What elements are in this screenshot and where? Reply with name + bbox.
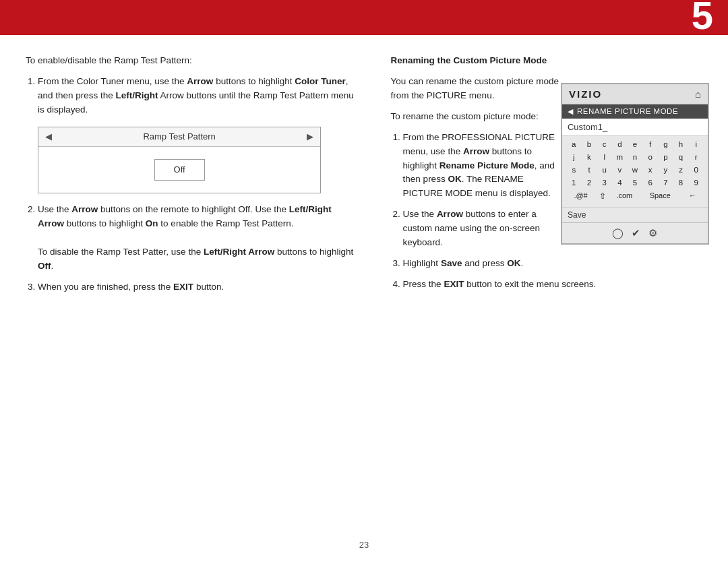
key-q[interactable]: q bbox=[673, 152, 689, 162]
list-item: When you are finished, press the EXIT bu… bbox=[38, 280, 360, 294]
right-content: VIZIO ⌂ ◀ RENAME PICTURE MODE Custom1_ a bbox=[391, 75, 709, 300]
list-item: From the Color Tuner menu, use the Arrow… bbox=[38, 75, 360, 193]
key-v[interactable]: v bbox=[612, 164, 628, 175]
ramp-box-title: Ramp Test Pattern bbox=[143, 130, 215, 144]
vizio-input-row[interactable]: Custom1_ bbox=[562, 119, 708, 136]
key-6[interactable]: 6 bbox=[642, 177, 658, 188]
key-1[interactable]: 1 bbox=[566, 177, 582, 188]
key-2[interactable]: 2 bbox=[582, 177, 597, 188]
key-h[interactable]: h bbox=[673, 139, 689, 150]
left-steps-list: From the Color Tuner menu, use the Arrow… bbox=[38, 75, 360, 294]
vizio-logo: VIZIO bbox=[569, 88, 602, 100]
key-space[interactable]: Space bbox=[639, 190, 681, 202]
vizio-bottom-bar: ◯ ✔ ⚙ bbox=[562, 222, 708, 243]
key-9[interactable]: 9 bbox=[688, 177, 704, 188]
main-content: To enable/disable the Ramp Test Pattern:… bbox=[0, 35, 728, 562]
key-3[interactable]: 3 bbox=[597, 177, 612, 188]
key-0[interactable]: 0 bbox=[688, 164, 704, 175]
key-k[interactable]: k bbox=[582, 152, 597, 162]
list-item: Use the Arrow buttons on the remote to h… bbox=[38, 203, 360, 274]
keyboard-row-4: 1 2 3 4 5 6 7 8 9 bbox=[566, 177, 704, 188]
ramp-box-header: ◀ Ramp Test Pattern ▶ bbox=[38, 127, 320, 147]
left-column: To enable/disable the Ramp Test Pattern:… bbox=[0, 35, 379, 562]
key-l[interactable]: l bbox=[597, 152, 612, 162]
settings-icon[interactable]: ⚙ bbox=[648, 227, 657, 239]
screen-icon[interactable]: ◯ bbox=[612, 227, 624, 239]
key-n[interactable]: n bbox=[628, 152, 643, 162]
key-symbols[interactable]: .@# bbox=[566, 190, 595, 202]
key-j[interactable]: j bbox=[566, 152, 582, 162]
key-z[interactable]: z bbox=[673, 164, 689, 175]
key-a[interactable]: a bbox=[566, 139, 582, 150]
right-arrow-icon[interactable]: ▶ bbox=[307, 130, 313, 144]
key-4[interactable]: 4 bbox=[612, 177, 628, 188]
key-w[interactable]: w bbox=[628, 164, 643, 175]
vizio-menu-label: RENAME PICTURE MODE bbox=[577, 107, 678, 115]
list-item: Highlight Save and press OK. bbox=[403, 257, 709, 271]
left-arrow-icon[interactable]: ◀ bbox=[45, 130, 52, 144]
checkmark-icon[interactable]: ✔ bbox=[632, 227, 640, 239]
intro-text: To enable/disable the Ramp Test Pattern: bbox=[26, 54, 360, 68]
home-icon[interactable]: ⌂ bbox=[695, 88, 701, 100]
ramp-test-pattern-box: ◀ Ramp Test Pattern ▶ Off bbox=[38, 127, 321, 193]
page-number: 23 bbox=[359, 540, 369, 550]
key-d[interactable]: d bbox=[612, 139, 628, 150]
key-m[interactable]: m bbox=[612, 152, 628, 162]
key-t[interactable]: t bbox=[582, 164, 597, 175]
vizio-keyboard: a b c d e f g h i j k l bbox=[562, 136, 708, 207]
section-heading: Renaming the Custom Picture Mode bbox=[391, 54, 709, 68]
chapter-number: 5 bbox=[692, 0, 713, 35]
key-8[interactable]: 8 bbox=[673, 177, 689, 188]
vizio-menu-row: ◀ RENAME PICTURE MODE bbox=[562, 104, 708, 119]
ramp-box-body: Off bbox=[38, 147, 320, 193]
key-o[interactable]: o bbox=[642, 152, 658, 162]
right-column: Renaming the Custom Picture Mode VIZIO ⌂… bbox=[379, 35, 728, 562]
top-bar: 5 bbox=[0, 0, 728, 35]
vizio-header: VIZIO ⌂ bbox=[562, 84, 708, 104]
key-u[interactable]: u bbox=[597, 164, 612, 175]
key-g[interactable]: g bbox=[658, 139, 673, 150]
key-e[interactable]: e bbox=[628, 139, 643, 150]
key-y[interactable]: y bbox=[658, 164, 673, 175]
vizio-ui-panel: VIZIO ⌂ ◀ RENAME PICTURE MODE Custom1_ a bbox=[561, 83, 709, 245]
key-b[interactable]: b bbox=[582, 139, 597, 150]
keyboard-row-1: a b c d e f g h i bbox=[566, 139, 704, 150]
key-i[interactable]: i bbox=[688, 139, 704, 150]
keyboard-row-2: j k l m n o p q r bbox=[566, 152, 704, 162]
footer: 23 bbox=[0, 540, 728, 550]
keyboard-row-5: .@# ⇧ .com Space ← bbox=[566, 190, 704, 202]
keyboard-row-3: s t u v w x y z 0 bbox=[566, 164, 704, 175]
key-shift-icon[interactable]: ⇧ bbox=[595, 190, 610, 202]
key-5[interactable]: 5 bbox=[628, 177, 643, 188]
list-item: Press the EXIT button to exit the menu s… bbox=[403, 278, 709, 292]
off-button[interactable]: Off bbox=[154, 159, 205, 181]
key-c[interactable]: c bbox=[597, 139, 612, 150]
key-p[interactable]: p bbox=[658, 152, 673, 162]
key-r[interactable]: r bbox=[688, 152, 704, 162]
save-label[interactable]: Save bbox=[568, 210, 586, 220]
key-delete-icon[interactable]: ← bbox=[681, 190, 704, 202]
key-x[interactable]: x bbox=[642, 164, 658, 175]
key-7[interactable]: 7 bbox=[658, 177, 673, 188]
key-s[interactable]: s bbox=[566, 164, 582, 175]
vizio-save-row: Save bbox=[562, 207, 708, 222]
key-dotcom[interactable]: .com bbox=[610, 190, 639, 202]
input-value: Custom1_ bbox=[568, 122, 607, 132]
menu-left-arrow-icon: ◀ bbox=[568, 107, 573, 116]
key-f[interactable]: f bbox=[642, 139, 658, 150]
